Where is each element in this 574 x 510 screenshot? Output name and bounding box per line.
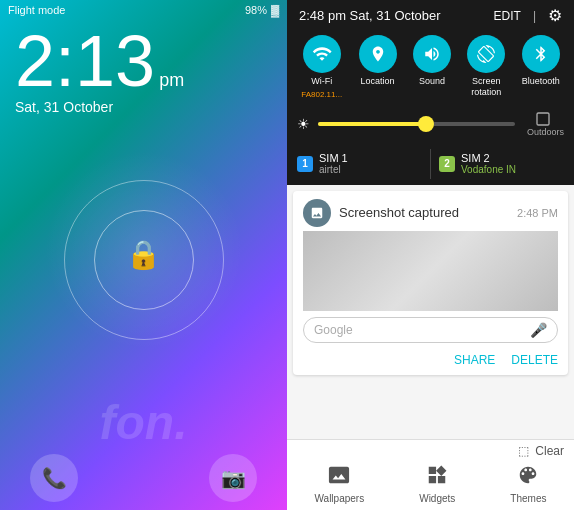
sim1-badge: 1 bbox=[297, 156, 313, 172]
lock-bottom-icons: 📞 📷 bbox=[0, 454, 287, 502]
widgets-icon bbox=[426, 464, 448, 491]
sim2-section[interactable]: 2 SIM 2 Vodafone IN bbox=[439, 152, 564, 175]
clear-button[interactable]: Clear bbox=[535, 444, 564, 458]
location-label: Location bbox=[361, 76, 395, 87]
wallpapers-icon bbox=[328, 464, 350, 491]
sound-icon bbox=[413, 35, 451, 73]
themes-icon bbox=[517, 464, 539, 491]
camera-icon[interactable]: 📷 bbox=[209, 454, 257, 502]
wifi-label: Wi-Fi bbox=[311, 76, 332, 87]
themes-label: Themes bbox=[510, 493, 546, 504]
sound-label: Sound bbox=[419, 76, 445, 87]
status-bar-left: Flight mode 98% ▓ bbox=[0, 0, 287, 20]
notification-shade: 2:48 pm Sat, 31 October EDIT | ⚙ Wi-Fi F… bbox=[287, 0, 574, 510]
sim-divider bbox=[430, 149, 431, 179]
watermark: fon. bbox=[100, 395, 188, 450]
brightness-thumb bbox=[418, 116, 434, 132]
wifi-icon bbox=[303, 35, 341, 73]
lock-icon[interactable]: 🔒 bbox=[126, 238, 161, 271]
notif-header: Screenshot captured 2:48 PM bbox=[293, 191, 568, 231]
wifi-toggle[interactable]: Wi-Fi FA802.11... bbox=[301, 35, 342, 99]
outdoors-label: Outdoors bbox=[527, 127, 564, 137]
sim2-carrier: Vodafone IN bbox=[461, 164, 516, 175]
brightness-fill bbox=[318, 122, 426, 126]
share-button[interactable]: SHARE bbox=[454, 353, 495, 367]
flight-mode-label: Flight mode bbox=[8, 4, 65, 16]
sim2-name: SIM 2 bbox=[461, 152, 516, 164]
bluetooth-label: Bluetooth bbox=[522, 76, 560, 87]
sim2-badge: 2 bbox=[439, 156, 455, 172]
divider: | bbox=[533, 9, 536, 23]
google-search-bar[interactable]: Google 🎤 bbox=[303, 317, 558, 343]
lock-hour: 2:13 bbox=[15, 21, 155, 101]
notif-title: Screenshot captured bbox=[339, 205, 509, 220]
notif-actions: SHARE DELETE bbox=[293, 349, 568, 375]
rotation-icon bbox=[467, 35, 505, 73]
battery-percentage: 98% bbox=[245, 4, 267, 16]
edit-button[interactable]: EDIT bbox=[494, 9, 521, 23]
bluetooth-icon bbox=[522, 35, 560, 73]
rotation-label: Screen rotation bbox=[471, 76, 501, 98]
clear-row: ⬚ Clear bbox=[287, 440, 574, 460]
wallpapers-label: Wallpapers bbox=[315, 493, 365, 504]
location-icon bbox=[359, 35, 397, 73]
bluetooth-toggle[interactable]: Bluetooth bbox=[522, 35, 560, 99]
lock-ampm: pm bbox=[159, 70, 184, 90]
quick-toggles: Wi-Fi FA802.11... Location Sound Screen … bbox=[287, 29, 574, 107]
clear-stack-icon: ⬚ bbox=[518, 444, 529, 458]
bottom-shortcuts: Wallpapers Widgets Themes bbox=[287, 460, 574, 510]
notif-app-icon bbox=[303, 199, 331, 227]
notif-preview-image bbox=[303, 231, 558, 311]
status-icons: 98% ▓ bbox=[245, 4, 279, 16]
phone-icon[interactable]: 📞 bbox=[30, 454, 78, 502]
delete-button[interactable]: DELETE bbox=[511, 353, 558, 367]
sim2-info: SIM 2 Vodafone IN bbox=[461, 152, 516, 175]
outdoors-section: Outdoors bbox=[523, 111, 564, 137]
sim-row: 1 SIM 1 airtel 2 SIM 2 Vodafone IN bbox=[287, 143, 574, 185]
lock-time: 2:13pm Sat, 31 October bbox=[15, 25, 184, 115]
mic-icon[interactable]: 🎤 bbox=[530, 322, 547, 338]
rotation-toggle[interactable]: Screen rotation bbox=[467, 35, 505, 99]
screenshot-thumbnail bbox=[303, 231, 558, 311]
lock-date: Sat, 31 October bbox=[15, 99, 184, 115]
themes-shortcut[interactable]: Themes bbox=[510, 464, 546, 504]
notification-card: Screenshot captured 2:48 PM Google 🎤 SHA… bbox=[293, 191, 568, 375]
settings-icon[interactable]: ⚙ bbox=[548, 6, 562, 25]
sim1-info: SIM 1 airtel bbox=[319, 152, 348, 175]
brightness-icon: ☀ bbox=[297, 116, 310, 132]
sim1-name: SIM 1 bbox=[319, 152, 348, 164]
widgets-shortcut[interactable]: Widgets bbox=[419, 464, 455, 504]
sim1-section[interactable]: 1 SIM 1 airtel bbox=[297, 152, 422, 175]
brightness-row: ☀ Outdoors bbox=[287, 107, 574, 143]
sim1-carrier: airtel bbox=[319, 164, 348, 175]
google-search-text: Google bbox=[314, 323, 530, 337]
shade-header-actions: EDIT | ⚙ bbox=[494, 6, 562, 25]
sound-toggle[interactable]: Sound bbox=[413, 35, 451, 99]
shade-time: 2:48 pm Sat, 31 October bbox=[299, 8, 441, 23]
location-toggle[interactable]: Location bbox=[359, 35, 397, 99]
bottom-bar: ⬚ Clear Wallpapers Widgets Themes bbox=[287, 439, 574, 510]
svg-rect-0 bbox=[537, 113, 549, 125]
shade-header: 2:48 pm Sat, 31 October EDIT | ⚙ bbox=[287, 0, 574, 29]
widgets-label: Widgets bbox=[419, 493, 455, 504]
brightness-slider[interactable] bbox=[318, 122, 515, 126]
notif-time: 2:48 PM bbox=[517, 207, 558, 219]
lock-screen: Flight mode 98% ▓ 2:13pm Sat, 31 October… bbox=[0, 0, 287, 510]
wifi-sub: FA802.11... bbox=[301, 90, 342, 99]
battery-icon: ▓ bbox=[271, 4, 279, 16]
wallpapers-shortcut[interactable]: Wallpapers bbox=[315, 464, 365, 504]
